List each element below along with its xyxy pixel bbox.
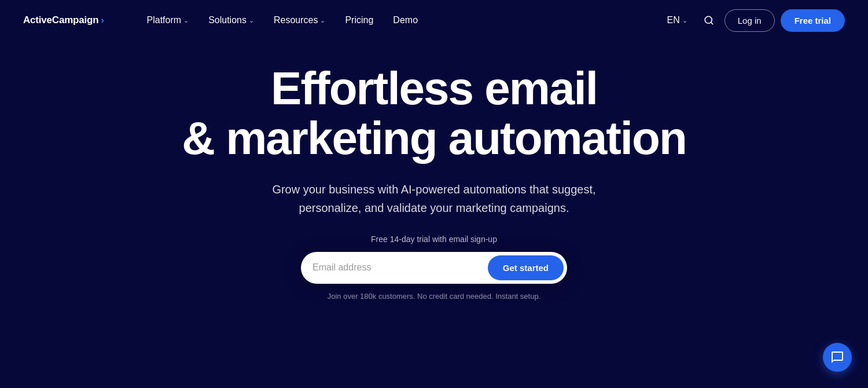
search-button[interactable]: [699, 10, 719, 30]
hero-subtitle: Grow your business with AI-powered autom…: [266, 180, 602, 217]
get-started-button[interactable]: Get started: [488, 255, 564, 280]
nav-platform[interactable]: Platform ⌄: [139, 10, 197, 30]
chevron-down-icon: ⌄: [183, 17, 189, 24]
nav-links: Platform ⌄ Solutions ⌄ Resources ⌄ Prici…: [104, 10, 661, 30]
email-input[interactable]: [312, 262, 488, 273]
nav-right: EN ⌄ Log in Free trial: [661, 9, 845, 32]
email-form: Get started: [301, 252, 567, 284]
nav-solutions[interactable]: Solutions ⌄: [200, 10, 262, 30]
chevron-down-icon: ⌄: [682, 17, 687, 24]
chevron-down-icon: ⌄: [249, 17, 254, 24]
hero-title: Effortless email & marketing automation: [182, 64, 686, 164]
logo-text: ActiveCampaign: [23, 14, 98, 26]
logo[interactable]: ActiveCampaign ›: [23, 14, 104, 26]
chat-bubble-button[interactable]: [823, 343, 852, 372]
trial-label: Free 14-day trial with email sign-up: [371, 235, 497, 244]
chat-icon: [830, 350, 844, 364]
hero-section: Effortless email & marketing automation …: [0, 41, 868, 318]
nav-demo[interactable]: Demo: [385, 10, 426, 30]
nav-pricing[interactable]: Pricing: [337, 10, 381, 30]
nav-resources[interactable]: Resources ⌄: [266, 10, 333, 30]
language-selector[interactable]: EN ⌄: [661, 10, 693, 30]
free-trial-button[interactable]: Free trial: [781, 9, 845, 32]
svg-line-1: [711, 22, 712, 24]
social-proof-text: Join over 180k customers. No credit card…: [328, 292, 541, 301]
navbar: ActiveCampaign › Platform ⌄ Solutions ⌄ …: [0, 0, 868, 41]
search-icon: [704, 15, 714, 25]
chevron-down-icon: ⌄: [320, 17, 325, 24]
login-button[interactable]: Log in: [724, 9, 775, 32]
